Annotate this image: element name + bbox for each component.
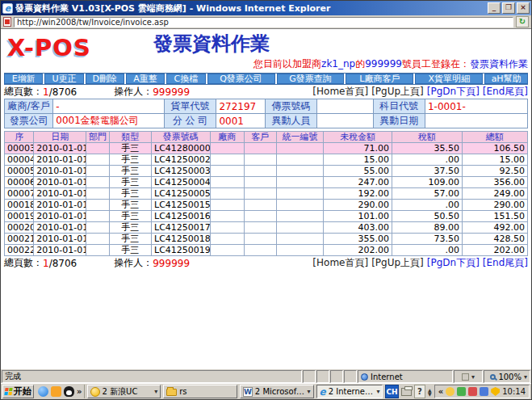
table-row[interactable]: 000182010-01-01手三LC41250015290.00.00290.… bbox=[5, 200, 528, 211]
form-value-modified-by[interactable] bbox=[317, 114, 373, 128]
column-header: 類型 bbox=[109, 132, 151, 143]
table-cell: 2010-01-01 bbox=[34, 200, 86, 211]
toolbar-button-invoice-company[interactable]: Q發票公司 bbox=[207, 74, 275, 84]
table-row[interactable]: 000042010-01-01手三LC4125000215.00.0015.00 bbox=[5, 154, 528, 166]
status-cell-1 bbox=[303, 370, 316, 383]
toolbar-button-delete[interactable]: D刪除 bbox=[86, 74, 124, 84]
nav-pgdn[interactable]: [PgDn下頁] bbox=[427, 256, 480, 270]
table-row[interactable]: 000212010-01-01手三LC41250018355.0073.5042… bbox=[5, 234, 528, 245]
table-cell: LC41250017 bbox=[152, 222, 211, 234]
table-row[interactable]: 000072010-01-01手三LC41250005192.0057.0024… bbox=[5, 188, 528, 200]
form-value-voucher-number[interactable] bbox=[317, 99, 373, 114]
toolbar-button-shipment-detail[interactable]: X貨單明細 bbox=[415, 74, 483, 84]
minimize-button[interactable]: _ bbox=[488, 2, 501, 14]
restore-button[interactable]: ❐ bbox=[502, 2, 515, 14]
chevron-down-icon: ▾ bbox=[154, 388, 157, 395]
table-cell bbox=[210, 245, 244, 256]
form-label-shipment-code: 貨單代號 bbox=[164, 99, 216, 114]
taskbar-window-ie[interactable]: e 2 Internet Expl... ▾ bbox=[316, 385, 383, 398]
taskbar-window-office[interactable]: W 2 Microsoft Off... ▾ bbox=[240, 385, 314, 398]
table-cell: 手三 bbox=[109, 166, 151, 177]
form-value-invoice-company[interactable]: 0001金鬆電腦公司 bbox=[53, 114, 164, 128]
window-title: 發票資料作業 V1.03[X-POS 雲端商務網] - Windows Inte… bbox=[15, 2, 488, 15]
pager-top: 總頁數： 1 /8706 操作人： 999999 [Home首頁] [PgUp上… bbox=[4, 86, 528, 98]
table-cell: 手三 bbox=[109, 177, 151, 188]
table-cell bbox=[210, 211, 244, 222]
table-cell: 202.00 bbox=[462, 245, 527, 256]
table-cell bbox=[276, 200, 323, 211]
table-cell: 73.50 bbox=[392, 234, 463, 245]
form-label-branch: 分 公 司 bbox=[164, 114, 216, 128]
help-icon[interactable]: ? bbox=[414, 385, 425, 398]
table-cell: 37.50 bbox=[392, 166, 463, 177]
tray-icon-3[interactable] bbox=[468, 387, 477, 396]
table-cell: LC41250004 bbox=[152, 177, 211, 188]
taskbar-window-folder[interactable]: rs bbox=[163, 385, 237, 398]
table-row[interactable]: 000192010-01-01手三LC41250016101.0050.5015… bbox=[5, 211, 528, 222]
toolbar-button-refresh[interactable]: A重整 bbox=[126, 74, 165, 84]
nav-end[interactable]: [End尾頁] bbox=[483, 85, 528, 99]
printer-icon[interactable] bbox=[401, 388, 412, 396]
protected-mode-control[interactable]: ▾ bbox=[454, 370, 483, 383]
table-row[interactable]: 000032010-01-01手三LC4128000071.0035.50106… bbox=[5, 143, 528, 154]
table-cell bbox=[276, 211, 323, 222]
zoom-control[interactable]: 100% ▾ bbox=[484, 370, 530, 383]
xpos-logo: X-POS bbox=[7, 34, 91, 61]
toolbar-button-invoice-query[interactable]: G發票查詢 bbox=[277, 74, 345, 84]
form-value-account-code[interactable]: 1-0001- bbox=[425, 99, 527, 114]
nav-home[interactable]: [Home首頁] bbox=[312, 85, 368, 99]
form-value-shipment-code[interactable]: 272197 bbox=[216, 99, 265, 114]
table-cell bbox=[86, 188, 110, 200]
quick-launch-icon-2[interactable] bbox=[51, 386, 61, 397]
toolbar-button-help[interactable]: aH幫助 bbox=[484, 74, 528, 84]
table-cell bbox=[244, 188, 276, 200]
table-cell: 290.00 bbox=[462, 200, 527, 211]
refresh-icon[interactable]: ↻ bbox=[516, 16, 529, 27]
shield-icon[interactable] bbox=[491, 387, 500, 396]
toolbar-button-vendor-customer[interactable]: L廠商客戶 bbox=[346, 74, 413, 84]
quick-launch-icon-1[interactable] bbox=[38, 386, 48, 397]
toolbar-button-switch-file[interactable]: C換檔 bbox=[166, 74, 205, 84]
table-row[interactable]: 000222010-01-01手三LC41250019202.00.00202.… bbox=[5, 245, 528, 256]
page-title: 發票資料作業 bbox=[153, 31, 270, 57]
table-cell: 00005 bbox=[5, 166, 34, 177]
toolbar-button-correct[interactable]: U更正 bbox=[44, 74, 83, 84]
table-row[interactable]: 000052010-01-01手三LC4125000355.0037.5092.… bbox=[5, 166, 528, 177]
tray-chevron-icon[interactable]: « bbox=[438, 387, 443, 396]
table-cell: LC41250015 bbox=[152, 200, 211, 211]
nav-home[interactable]: [Home首頁] bbox=[312, 256, 368, 270]
table-cell: 手三 bbox=[109, 222, 151, 234]
grid-head-row: 序日期部門類型發票號碼廠商客戶統一編號未稅金額稅額總額 bbox=[5, 132, 528, 143]
form-value-modified-date[interactable] bbox=[425, 114, 527, 128]
address-input[interactable]: http://win2008/tw/Invoice/invoice.asp bbox=[14, 17, 513, 27]
table-cell bbox=[276, 143, 323, 154]
table-row[interactable]: 000062010-01-01手三LC41250004247.00109.003… bbox=[5, 177, 528, 188]
tray-icon-2[interactable] bbox=[457, 387, 466, 396]
tray-icon-4[interactable] bbox=[480, 387, 488, 396]
form-value-vendor-customer[interactable]: - bbox=[53, 99, 164, 114]
quick-launch-overflow-icon[interactable]: » bbox=[77, 387, 82, 396]
nav-end[interactable]: [End尾頁] bbox=[483, 256, 528, 270]
nav-pgdn[interactable]: [PgDn下頁] bbox=[427, 85, 480, 99]
close-button[interactable]: × bbox=[517, 2, 530, 14]
toolbar-button-add[interactable]: E增新 bbox=[4, 74, 43, 84]
taskbar-spinner[interactable]: ▲▼ bbox=[428, 385, 432, 398]
table-cell: 手三 bbox=[109, 143, 151, 154]
tray-icon-1[interactable] bbox=[446, 387, 455, 396]
operator-value: 999999 bbox=[153, 86, 190, 98]
column-header: 總額 bbox=[462, 132, 527, 143]
column-header: 稅額 bbox=[392, 132, 463, 143]
notice-module-link[interactable]: 發票資料作業 bbox=[470, 58, 528, 69]
qq-icon[interactable] bbox=[64, 386, 74, 397]
form-value-branch[interactable]: 0001 bbox=[216, 114, 265, 128]
start-button[interactable]: 开始 bbox=[2, 385, 34, 398]
column-header: 序 bbox=[5, 132, 34, 143]
nav-pgup[interactable]: [PgUp上頁] bbox=[371, 85, 424, 99]
table-row[interactable]: 000202010-01-01手三LC41250017403.0089.0049… bbox=[5, 222, 528, 234]
taskbar-window-uc[interactable]: 2 新浪UC ▾ bbox=[87, 385, 161, 398]
title-bar: e 發票資料作業 V1.03[X-POS 雲端商務網] - Windows In… bbox=[1, 1, 531, 15]
table-cell bbox=[86, 234, 110, 245]
language-indicator[interactable]: CH bbox=[385, 385, 398, 398]
table-cell: LC41250005 bbox=[152, 188, 211, 200]
nav-pgup[interactable]: [PgUp上頁] bbox=[371, 256, 424, 270]
